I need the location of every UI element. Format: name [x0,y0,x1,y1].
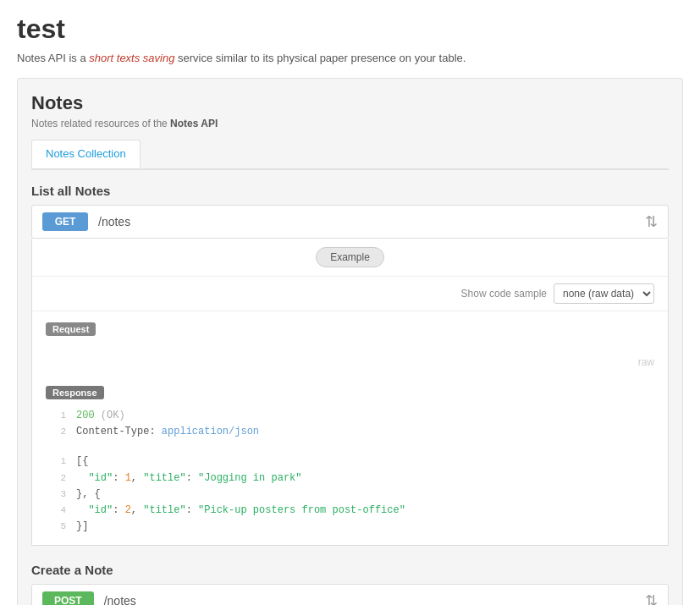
line-num-2: 2 [46,424,66,440]
create-note-label: Create a Note [31,563,669,577]
list-notes-label: List all Notes [31,184,669,198]
notes-section: Notes Notes related resources of the Not… [17,78,683,605]
json-open-bracket: [{ [76,454,88,470]
description-suffix: service similar to its physical paper pr… [174,52,466,64]
json-sep: }, { [76,487,101,503]
code-sample-label: Show code sample [461,288,547,300]
json-close-bracket: }] [76,519,88,535]
page-title: test [17,14,683,45]
section-title: Notes [31,92,669,114]
create-endpoint-row[interactable]: POST /notes ⇅ [31,584,669,605]
json-line-num-3: 3 [46,487,66,503]
list-endpoint-path: /notes [98,215,645,228]
response-section: Response 1 200 (OK) 2 Content-Type: appl… [32,375,668,545]
description-prefix: Notes API is a [17,52,89,64]
line-num-1: 1 [46,408,66,424]
json-line-2: 2 "id": 1, "title": "Jogging in park" [46,470,654,487]
list-endpoint-row[interactable]: GET /notes ⇅ [31,205,669,239]
json-item-1: "id": 1, "title": "Jogging in park" [76,470,301,487]
example-bar: Example [32,239,668,277]
json-item-2: "id": 2, "title": "Pick-up posters from … [76,503,405,519]
get-method-badge: GET [42,212,88,231]
example-button[interactable]: Example [316,247,384,267]
expand-icon[interactable]: ⇅ [645,212,658,231]
endpoint-detail: Example Show code sample none (raw data)… [31,239,669,546]
json-line-num-4: 4 [46,503,66,519]
raw-label: raw [32,353,668,375]
json-line-num-5: 5 [46,519,66,535]
create-note-section: Create a Note POST /notes ⇅ [31,563,669,605]
list-notes-section: List all Notes GET /notes ⇅ Example Show… [31,184,669,546]
create-expand-icon[interactable]: ⇅ [645,591,658,605]
content-type-line: Content-Type: application/json [76,424,259,440]
description-italic: short texts saving [89,52,174,64]
section-subtitle: Notes related resources of the Notes API [31,118,669,129]
status-code: 200 (OK) [76,408,125,424]
subtitle-bold: Notes API [170,118,218,129]
json-line-num-2: 2 [46,470,66,487]
json-line-num-1: 1 [46,454,66,470]
response-label: Response [46,386,104,399]
json-line-1: 1 [{ [46,454,654,470]
request-label: Request [46,322,96,336]
response-status-block: 1 200 (OK) 2 Content-Type: application/j… [46,408,654,440]
create-endpoint-path: /notes [104,594,645,605]
post-method-badge: POST [42,591,94,605]
code-sample-bar: Show code sample none (raw data) [32,277,668,311]
tab-bar: Notes Collection [31,140,669,170]
tab-notes-collection[interactable]: Notes Collection [31,140,141,168]
response-line-1: 1 200 (OK) [46,408,654,424]
request-section: Request [32,311,668,353]
code-sample-select[interactable]: none (raw data) [554,283,654,304]
page-description: Notes API is a short texts saving servic… [17,52,683,64]
json-line-3: 3 }, { [46,487,654,503]
json-line-4: 4 "id": 2, "title": "Pick-up posters fro… [46,503,654,519]
json-line-5: 5 }] [46,519,654,535]
subtitle-prefix: Notes related resources of the [31,118,170,129]
response-line-2: 2 Content-Type: application/json [46,424,654,440]
json-block: 1 [{ 2 "id": 1, "title": "Jogging in par… [46,454,654,535]
